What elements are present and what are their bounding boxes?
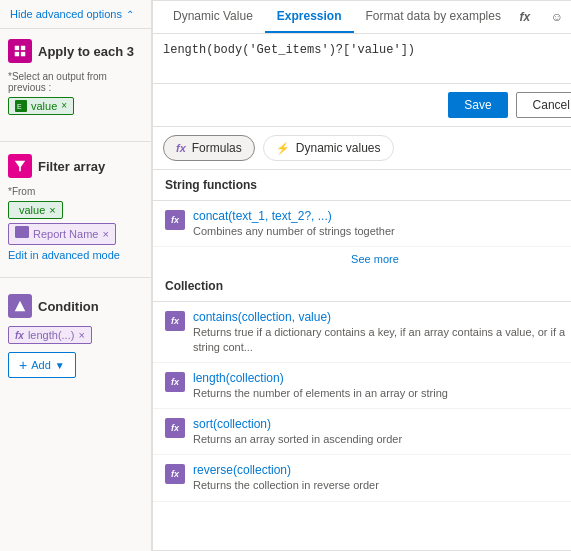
length-desc: Returns the number of elements in an arr… bbox=[193, 386, 571, 400]
sort-fx-label: fx bbox=[171, 423, 179, 433]
report-name-close[interactable]: × bbox=[102, 228, 108, 240]
length-fx-label: fx bbox=[171, 377, 179, 387]
filter-icon bbox=[8, 154, 32, 178]
reverse-fx-icon: fx bbox=[165, 464, 185, 484]
plus-icon: + bbox=[19, 357, 27, 373]
contains-fx-label: fx bbox=[171, 316, 179, 326]
sort-name: sort(collection) bbox=[193, 417, 571, 431]
value-tag-label: value bbox=[31, 100, 57, 112]
value-tag[interactable]: E value × bbox=[8, 97, 74, 115]
tab-dynamic-value[interactable]: Dynamic Value bbox=[161, 1, 265, 33]
formulas-fx-icon: fx bbox=[176, 142, 186, 154]
tag-excel-icon: E bbox=[15, 100, 27, 112]
sort-function-item[interactable]: fx sort(collection) Returns an array sor… bbox=[153, 409, 571, 455]
fx-condition-label: length(...) bbox=[28, 329, 74, 341]
tab-format-data[interactable]: Format data by examples bbox=[354, 1, 513, 33]
concat-function-item[interactable]: fx concat(text_1, text_2?, ...) Combines… bbox=[153, 201, 571, 247]
add-button[interactable]: + Add ▼ bbox=[8, 352, 76, 378]
filter-icon-svg bbox=[13, 159, 27, 173]
edit-advanced-link[interactable]: Edit in advanced mode bbox=[8, 249, 143, 261]
apply-header: Apply to each 3 bbox=[8, 39, 143, 63]
dynamic-values-label: Dynamic values bbox=[296, 141, 381, 155]
value-tag-container: E value × bbox=[8, 97, 143, 115]
collection-title: Collection bbox=[165, 279, 223, 293]
expression-text: length(body('Get_items')?['value']) bbox=[163, 42, 571, 59]
condition-title: Condition bbox=[38, 299, 99, 314]
excel-icon-svg: E bbox=[17, 102, 25, 110]
apply-icon-svg bbox=[13, 44, 27, 58]
value-tag-close[interactable]: × bbox=[61, 101, 67, 111]
cancel-button[interactable]: Cancel bbox=[516, 92, 571, 118]
dynamic-values-icon: ⚡ bbox=[276, 142, 290, 155]
fx-icon: fx bbox=[15, 330, 24, 341]
tab-expression[interactable]: Expression bbox=[265, 1, 354, 33]
length-function-item[interactable]: fx length(collection) Returns the number… bbox=[153, 363, 571, 409]
concat-desc: Combines any number of strings together bbox=[193, 224, 571, 238]
reverse-text: reverse(collection) Returns the collecti… bbox=[193, 463, 571, 492]
formulas-toggle[interactable]: fx Formulas bbox=[163, 135, 255, 161]
concat-name: concat(text_1, text_2?, ...) bbox=[193, 209, 571, 223]
apply-block: Apply to each 3 *Select an output from p… bbox=[0, 29, 151, 133]
fx-tag-close[interactable]: × bbox=[78, 329, 84, 341]
length-fx-icon: fx bbox=[165, 372, 185, 392]
condition-block: Condition fx length(...) × + Add ▼ bbox=[0, 286, 151, 386]
main-container: Hide advanced options ⌃ Apply to each 3 … bbox=[0, 0, 571, 551]
apply-title: Apply to each 3 bbox=[38, 44, 134, 59]
concat-fx-icon: fx bbox=[165, 210, 185, 230]
svg-rect-1 bbox=[21, 46, 25, 50]
report-name-label: Report Name bbox=[33, 228, 98, 240]
save-button[interactable]: Save bbox=[448, 92, 507, 118]
string-functions-header[interactable]: String functions ⌃ bbox=[153, 170, 571, 201]
from-label: *From bbox=[8, 186, 143, 197]
svg-marker-5 bbox=[15, 161, 26, 172]
string-functions-title: String functions bbox=[165, 178, 257, 192]
fx-tab-icon[interactable]: fx bbox=[513, 5, 537, 29]
contains-name: contains(collection, value) bbox=[193, 310, 571, 324]
divider-2 bbox=[0, 277, 151, 278]
reverse-function-item[interactable]: fx reverse(collection) Returns the colle… bbox=[153, 455, 571, 501]
condition-icon bbox=[8, 294, 32, 318]
sort-text: sort(collection) Returns an array sorted… bbox=[193, 417, 571, 446]
reverse-name: reverse(collection) bbox=[193, 463, 571, 477]
contains-function-item[interactable]: fx contains(collection, value) Returns t… bbox=[153, 302, 571, 363]
concat-fx-label: fx bbox=[171, 215, 179, 225]
left-panel: Hide advanced options ⌃ Apply to each 3 … bbox=[0, 0, 152, 551]
tab-bar: Dynamic Value Expression Format data by … bbox=[153, 1, 571, 34]
dynamic-values-toggle[interactable]: ⚡ Dynamic values bbox=[263, 135, 394, 161]
add-label: Add bbox=[31, 359, 51, 371]
report-name-tag[interactable]: Report Name × bbox=[8, 223, 116, 245]
condition-header: Condition bbox=[8, 294, 143, 318]
collection-header[interactable]: Collection ⌃ bbox=[153, 271, 571, 302]
hide-advanced-label: Hide advanced options bbox=[10, 8, 122, 20]
reverse-desc: Returns the collection in reverse order bbox=[193, 478, 571, 492]
contains-text: contains(collection, value) Returns true… bbox=[193, 310, 571, 354]
emoji-tab-icon[interactable]: ☺ bbox=[545, 5, 569, 29]
svg-rect-0 bbox=[15, 46, 19, 50]
reverse-fx-label: fx bbox=[171, 469, 179, 479]
select-label: *Select an output from previous : bbox=[8, 71, 143, 93]
fx-condition-tag[interactable]: fx length(...) × bbox=[8, 326, 92, 344]
from-value-close[interactable]: × bbox=[49, 204, 55, 216]
svg-rect-2 bbox=[15, 52, 19, 56]
right-panel: Dynamic Value Expression Format data by … bbox=[152, 0, 571, 551]
formulas-label: Formulas bbox=[192, 141, 242, 155]
add-chevron-icon: ▼ bbox=[55, 360, 65, 371]
filter-title: Filter array bbox=[38, 159, 105, 174]
functions-panel: String functions ⌃ fx concat(text_1, tex… bbox=[153, 170, 571, 550]
length-name: length(collection) bbox=[193, 371, 571, 385]
concat-text: concat(text_1, text_2?, ...) Combines an… bbox=[193, 209, 571, 238]
chevron-up-icon: ⌃ bbox=[126, 9, 134, 20]
contains-fx-icon: fx bbox=[165, 311, 185, 331]
filter-header: Filter array bbox=[8, 154, 143, 178]
from-value-tag[interactable]: E value × bbox=[8, 201, 63, 219]
svg-text:E: E bbox=[17, 103, 22, 110]
sort-desc: Returns an array sorted in ascending ord… bbox=[193, 432, 571, 446]
toggle-row: fx Formulas ⚡ Dynamic values bbox=[153, 127, 571, 170]
from-value-label: value bbox=[19, 204, 45, 216]
apply-icon bbox=[8, 39, 32, 63]
contains-desc: Returns true if a dictionary contains a … bbox=[193, 325, 571, 354]
condition-icon-svg bbox=[13, 299, 27, 313]
report-name-icon bbox=[15, 226, 29, 238]
hide-advanced-button[interactable]: Hide advanced options ⌃ bbox=[0, 0, 151, 29]
see-more-string[interactable]: See more bbox=[153, 247, 571, 271]
